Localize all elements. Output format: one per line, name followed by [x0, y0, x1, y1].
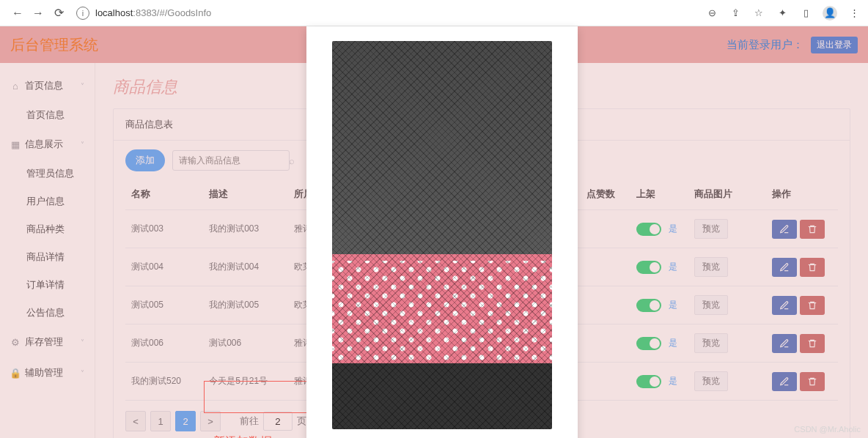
url-host: localhost [95, 7, 133, 18]
preview-image [332, 41, 552, 429]
back-button[interactable]: ← [7, 3, 28, 23]
zoom-icon[interactable]: ⊖ [705, 7, 718, 20]
share-icon[interactable]: ⇪ [729, 7, 742, 20]
panel-icon[interactable]: ▯ [799, 7, 812, 20]
address-bar[interactable]: i localhost:8383/#/GoodsInfo [76, 7, 211, 20]
extensions-icon[interactable]: ✦ [776, 7, 789, 20]
kebab-menu-icon[interactable]: ⋮ [847, 7, 861, 20]
info-icon: i [76, 7, 89, 20]
profile-avatar[interactable]: 👤 [823, 6, 837, 21]
url-port: :8383 [133, 7, 157, 18]
url-text: localhost:8383/#/GoodsInfo [95, 7, 211, 18]
image-preview-modal [306, 26, 578, 438]
browser-toolbar: ← → ⟳ i localhost:8383/#/GoodsInfo ⊖ ⇪ ☆… [0, 0, 868, 26]
reload-button[interactable]: ⟳ [48, 3, 69, 23]
watermark: CSDN @Mr.Aholic [794, 425, 861, 434]
forward-button[interactable]: → [28, 3, 48, 23]
url-path: /#/GoodsInfo [157, 7, 211, 18]
star-icon[interactable]: ☆ [752, 7, 765, 20]
